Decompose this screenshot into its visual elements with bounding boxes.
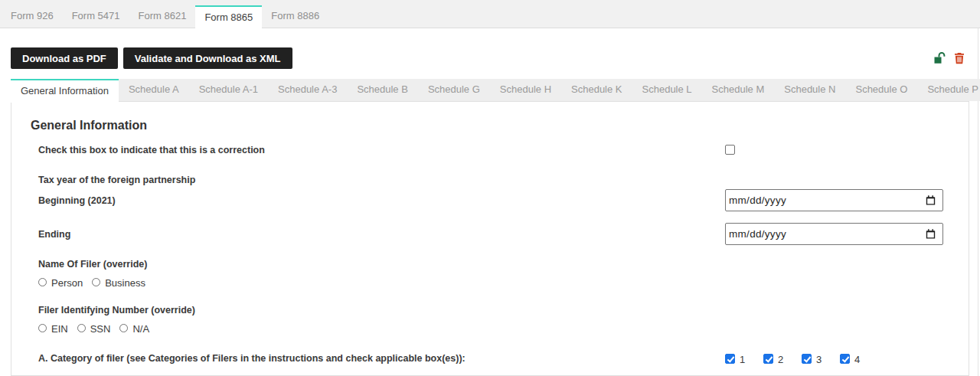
name-of-filer-options: Person Business [38,277,944,289]
category-checkbox-4-label: 4 [854,354,860,365]
unlock-icon[interactable] [933,51,947,65]
tax-year-row: Tax year of the foreign partnership [38,175,944,185]
date-placeholder: mm/dd/yyyy [729,228,786,240]
correction-checkbox[interactable] [725,145,735,155]
radio-business[interactable]: Business [92,277,145,289]
schedule-tab-a[interactable]: Schedule A [119,79,189,101]
schedule-tab-h[interactable]: Schedule H [490,79,561,101]
ending-date-input[interactable]: mm/dd/yyyy [725,223,943,245]
toolbar-buttons: Download as PDF Validate and Download as… [11,47,292,69]
category-option-3: 3 [802,351,840,365]
download-pdf-button[interactable]: Download as PDF [11,47,118,69]
schedule-tab-a3[interactable]: Schedule A-3 [268,79,347,101]
category-option-1: 1 [725,351,763,365]
category-label: A. Category of filer (see Categories of … [38,353,725,364]
radio-button-icon[interactable] [92,278,100,286]
ending-label: Ending [38,229,725,240]
beginning-row: Beginning (2021) mm/dd/yyyy [38,189,944,211]
schedule-tab-g[interactable]: Schedule G [418,79,490,101]
tab-form-5471[interactable]: Form 5471 [63,5,129,28]
general-information-panel: General Information Check this box to in… [11,101,969,376]
tab-form-8865[interactable]: Form 8865 [195,5,262,28]
radio-ein[interactable]: EIN [38,323,68,335]
date-placeholder: mm/dd/yyyy [729,195,786,206]
radio-button-icon[interactable] [119,324,128,332]
radio-button-icon[interactable] [38,324,47,332]
trash-icon[interactable] [952,51,966,65]
beginning-date-input[interactable]: mm/dd/yyyy [725,189,943,211]
tab-form-926[interactable]: Form 926 [2,5,63,28]
radio-na-label: N/A [132,323,149,335]
schedule-tab-p[interactable]: Schedule P [917,79,980,101]
radio-na[interactable]: N/A [119,323,149,335]
page: Form 926 Form 5471 Form 8621 Form 8865 F… [0,0,980,376]
schedule-tab-a1[interactable]: Schedule A-1 [189,79,268,101]
schedule-tab-k[interactable]: Schedule K [561,79,632,101]
radio-business-label: Business [105,277,145,289]
category-checkbox-2-label: 2 [778,354,783,365]
tab-form-8621[interactable]: Form 8621 [129,5,196,28]
correction-row: Check this box to indicate that this is … [38,145,944,157]
ending-row: Ending mm/dd/yyyy [38,223,944,245]
category-checkbox-2[interactable] [763,354,773,364]
filer-id-options: EIN SSN N/A [38,323,944,335]
radio-button-icon[interactable] [77,324,86,332]
section-title: General Information [31,119,944,132]
name-of-filer-label: Name Of Filer (override) [38,259,725,270]
schedule-tab-bar: General Information Schedule A Schedule … [11,79,980,101]
name-of-filer-row: Name Of Filer (override) [38,259,944,270]
category-checkbox-4[interactable] [840,354,850,364]
radio-person[interactable]: Person [38,277,83,289]
radio-button-icon[interactable] [38,278,47,286]
schedule-tab-m[interactable]: Schedule M [702,79,775,101]
tax-year-group-label: Tax year of the foreign partnership [38,175,725,185]
category-checkbox-1-label: 1 [740,354,745,365]
schedule-tab-general-information[interactable]: General Information [11,79,119,103]
correction-label: Check this box to indicate that this is … [38,145,725,155]
category-checkbox-3[interactable] [802,354,812,364]
radio-ssn[interactable]: SSN [77,323,111,335]
filer-id-row: Filer Identifying Number (override) [38,305,944,316]
tab-form-8886[interactable]: Form 8886 [262,5,328,28]
form-tab-bar: Form 926 Form 5471 Form 8621 Form 8865 F… [0,0,980,28]
calendar-icon[interactable] [925,228,936,240]
beginning-label: Beginning (2021) [38,195,725,206]
category-checkbox-1[interactable] [725,354,735,364]
toolbar: Download as PDF Validate and Download as… [0,28,980,69]
calendar-icon[interactable] [925,195,936,206]
radio-ssn-label: SSN [90,323,111,335]
schedule-tab-n[interactable]: Schedule N [774,79,845,101]
radio-ein-label: EIN [51,323,68,335]
radio-person-label: Person [51,277,83,289]
schedule-tab-b[interactable]: Schedule B [347,79,418,101]
category-checkbox-group: 1 2 3 4 [725,351,878,365]
category-option-4: 4 [840,351,878,365]
filer-id-label: Filer Identifying Number (override) [38,305,725,316]
category-row: A. Category of filer (see Categories of … [38,351,944,365]
toolbar-icons [933,51,966,65]
schedule-tab-l[interactable]: Schedule L [632,79,702,101]
schedule-tab-o[interactable]: Schedule O [845,79,917,101]
category-checkbox-3-label: 3 [816,354,822,365]
category-option-2: 2 [763,351,802,365]
validate-xml-button[interactable]: Validate and Download as XML [123,47,292,69]
